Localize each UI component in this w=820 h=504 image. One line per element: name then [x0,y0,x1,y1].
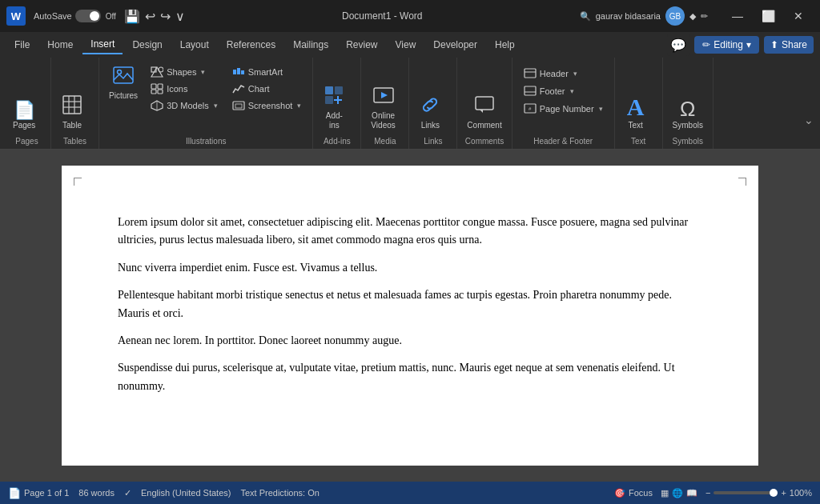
screenshot-label: Screenshot [248,101,293,110]
ribbon-group-tables: Table Tables [51,58,99,149]
symbols-button[interactable]: Ω Symbols [669,95,706,134]
page-number-label: Page Number [540,104,594,114]
tables-buttons: Table [58,61,86,134]
toggle-knob [90,11,99,21]
comment-ribbon-icon [473,94,496,119]
menu-insert[interactable]: Insert [82,35,123,54]
svg-rect-5 [114,67,133,83]
svg-rect-19 [233,102,244,110]
ribbon-group-header-footer: Header ▾ Footer ▾ # Page Number ▾ Hea [512,58,615,149]
restore-button[interactable]: ⬜ [753,4,783,28]
footer-label: Footer [540,86,565,96]
close-button[interactable]: ✕ [783,4,814,28]
smartart-button[interactable]: SmartArt [227,64,307,80]
document-page[interactable]: Lorem ipsum dolor sit amet, consectetuer… [62,166,758,466]
footer-button[interactable]: Footer ▾ [519,83,608,98]
zoom-slider[interactable] [713,491,778,494]
pictures-button[interactable]: Pictures [106,61,141,104]
page-number-button[interactable]: # Page Number ▾ [519,101,608,116]
print-layout-icon[interactable]: ▦ [661,488,669,498]
links-group-label: Links [416,134,450,149]
pages-icon: 📄 [14,102,35,119]
web-layout-icon[interactable]: 🌐 [672,488,683,498]
ribbon-group-comments: Comment Comments [457,58,512,149]
paragraph-3: Pellentesque habitant morbi tristique se… [118,286,702,322]
predictions-label: Text Predictions: On [240,488,319,498]
paragraph-2: Nunc viverra imperdiet enim. Fusce est. … [118,259,702,277]
focus-mode[interactable]: 🎯 Focus [614,488,653,498]
shapes-col: Shapes ▾ Icons [146,61,223,114]
svg-rect-13 [158,90,163,94]
zoom-out-icon[interactable]: − [705,488,710,498]
svg-rect-18 [241,70,244,74]
pages-group-label: Pages [10,134,44,149]
menu-home[interactable]: Home [39,36,81,54]
ribbon-group-media: Online Videos Media [361,58,409,149]
redo-icon[interactable]: ↪ [160,9,171,24]
text-group-label: Text [621,134,656,149]
minimize-button[interactable]: — [722,4,753,28]
comment-ribbon-button[interactable]: Comment [464,90,504,134]
comment-button[interactable]: 💬 [667,34,689,56]
svg-point-9 [159,67,163,72]
table-button[interactable]: Table [58,90,86,134]
menubar: File Home Insert Design Layout Reference… [0,32,820,58]
text-button[interactable]: A Text [621,92,650,134]
window-controls: — ⬜ ✕ [722,4,814,28]
chart-col: SmartArt Chart Screenshot ▾ [227,61,307,114]
page-corner-tl [74,178,82,186]
menu-help[interactable]: Help [487,36,523,54]
read-icon[interactable]: 📖 [686,488,697,498]
icons-button[interactable]: Icons [146,81,223,97]
links-label: Links [421,121,440,130]
text-predictions: Text Predictions: On [240,488,319,498]
share-button[interactable]: ⬆ Share [764,36,814,54]
menu-review[interactable]: Review [338,36,385,54]
screenshot-icon [232,100,245,111]
document-content[interactable]: Lorem ipsum dolor sit amet, consectetuer… [118,214,702,395]
editing-button[interactable]: ✏ Editing ▾ [694,36,759,54]
symbols-buttons: Ω Symbols [669,61,706,134]
menu-layout[interactable]: Layout [172,36,217,54]
screenshot-button[interactable]: Screenshot ▾ [227,98,307,114]
undo-icon[interactable]: ↩ [145,9,155,24]
smartart-label: SmartArt [248,67,283,77]
links-icon [419,94,441,119]
page-number-icon: # [524,103,537,114]
save-icon[interactable]: 💾 [124,9,140,24]
pages-button[interactable]: 📄 Pages [10,98,38,134]
menu-file[interactable]: File [6,36,38,54]
quick-more-icon[interactable]: ∨ [175,9,185,24]
menu-references[interactable]: References [219,36,283,54]
screenshot-arrow: ▾ [297,102,301,110]
zoom-area: − + 100% [705,488,812,498]
search-icon[interactable]: 🔍 [580,11,591,22]
svg-rect-17 [237,68,240,74]
pages-label: Pages [13,121,35,130]
3d-models-button[interactable]: 3D Models ▾ [146,98,223,114]
text-buttons: A Text [621,61,650,134]
table-icon [61,94,83,119]
focus-icon: 🎯 [614,488,625,498]
zoom-in-icon[interactable]: + [781,488,786,498]
menu-design[interactable]: Design [124,36,170,54]
text-label: Text [628,121,642,130]
ribbon-group-pages: 📄 Pages Pages [3,58,51,149]
autosave-toggle[interactable] [75,10,101,22]
chart-button[interactable]: Chart [227,81,307,97]
online-videos-button[interactable]: Online Videos [368,81,398,134]
menu-developer[interactable]: Developer [425,36,485,54]
header-button[interactable]: Header ▾ [519,66,608,81]
language-info: English (United States) [141,488,231,498]
ribbon-expand-icon[interactable]: ⌄ [804,114,814,126]
shapes-label: Shapes [167,67,196,77]
menu-mailings[interactable]: Mailings [285,36,336,54]
paragraph-1: Lorem ipsum dolor sit amet, consectetuer… [118,214,702,250]
avatar[interactable]: GB [665,6,685,26]
zoom-level: 100% [790,488,812,498]
header-footer-col: Header ▾ Footer ▾ # Page Number ▾ [519,61,608,116]
links-button[interactable]: Links [416,90,444,134]
shapes-button[interactable]: Shapes ▾ [146,64,223,80]
addins-button[interactable]: Add- ins [320,81,348,134]
menu-view[interactable]: View [388,36,424,54]
